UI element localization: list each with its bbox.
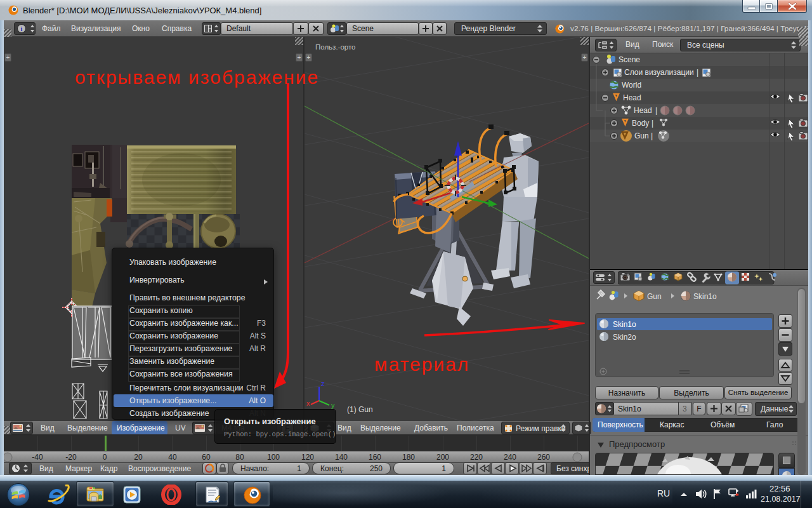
svg-text:|: | xyxy=(651,131,653,140)
svg-text:140: 140 xyxy=(335,453,348,462)
svg-text:Польз.-орто: Польз.-орто xyxy=(315,43,355,51)
svg-text:-40: -40 xyxy=(32,453,43,462)
svg-text:Skin1o: Skin1o xyxy=(693,292,717,301)
svg-text:200: 200 xyxy=(436,453,449,462)
svg-text:40: 40 xyxy=(168,453,177,462)
svg-text:Gun: Gun xyxy=(634,131,649,140)
svg-text:0: 0 xyxy=(103,453,107,462)
svg-text:|: | xyxy=(697,68,698,77)
svg-text:20: 20 xyxy=(134,453,143,462)
svg-text:|: | xyxy=(652,119,653,128)
svg-text:160: 160 xyxy=(369,453,381,462)
svg-text:Gun: Gun xyxy=(647,292,662,301)
svg-text:World: World xyxy=(622,81,641,90)
svg-text:120: 120 xyxy=(301,453,314,462)
svg-text:100: 100 xyxy=(267,453,280,462)
svg-text:y: y xyxy=(331,401,335,409)
svg-text:80: 80 xyxy=(235,453,244,462)
svg-text:|: | xyxy=(655,106,657,115)
svg-text:240: 240 xyxy=(504,453,516,462)
svg-text:Head: Head xyxy=(623,93,641,102)
svg-text:Head: Head xyxy=(634,106,652,115)
svg-text:180: 180 xyxy=(402,453,415,462)
svg-text:220: 220 xyxy=(470,453,483,462)
svg-text:60: 60 xyxy=(202,453,211,462)
svg-text:z: z xyxy=(321,380,325,387)
svg-text:Body: Body xyxy=(632,119,649,128)
svg-text:-20: -20 xyxy=(65,453,77,462)
svg-text:x: x xyxy=(306,399,310,407)
svg-text:i: i xyxy=(21,25,23,32)
svg-text:Слои визуализации: Слои визуализации xyxy=(624,68,694,77)
svg-text:260: 260 xyxy=(537,453,550,462)
svg-text:(1) Gun: (1) Gun xyxy=(347,405,373,414)
svg-text:Scene: Scene xyxy=(619,55,640,64)
